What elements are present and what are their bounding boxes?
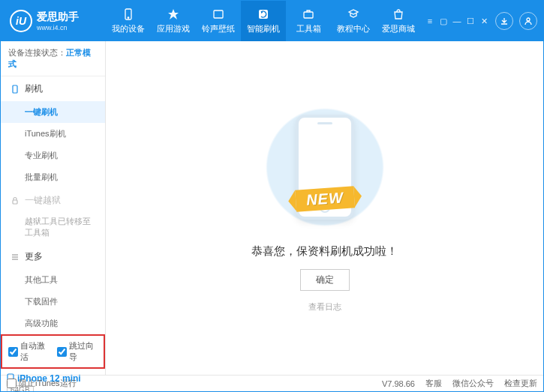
minimize-icon[interactable]: —	[452, 16, 462, 26]
tutorial-icon	[347, 7, 360, 21]
brand-name: 爱思助手	[37, 10, 79, 24]
connection-status: 设备连接状态：正常模式	[1, 41, 105, 76]
user-button[interactable]	[519, 12, 537, 30]
wallpaper-icon	[212, 7, 225, 21]
apps-icon	[167, 7, 180, 21]
maximize-icon[interactable]: ☐	[465, 16, 476, 26]
close-icon[interactable]: ✕	[479, 16, 489, 26]
download-button[interactable]	[495, 12, 513, 30]
sidebar-item-other-tools[interactable]: 其他工具	[1, 269, 105, 291]
svg-rect-7	[13, 200, 17, 204]
ok-button[interactable]: 确定	[300, 269, 350, 291]
skip-guide-checkbox[interactable]: 跳过向导	[57, 340, 98, 363]
section-more[interactable]: 更多	[1, 244, 105, 269]
nav-my-device[interactable]: 我的设备	[106, 1, 151, 41]
sidebar-item-advanced[interactable]: 高级功能	[1, 313, 105, 334]
sidebar-item-batch-flash[interactable]: 批量刷机	[1, 166, 105, 188]
wechat-link[interactable]: 微信公众号	[452, 378, 494, 389]
sidebar-item-itunes-flash[interactable]: iTunes刷机	[1, 123, 105, 145]
nav-flash[interactable]: 智能刷机	[241, 1, 286, 41]
svg-rect-2	[214, 10, 223, 18]
auto-activate-checkbox[interactable]: 自动激活	[8, 340, 50, 363]
sidebar-item-oneclick-flash[interactable]: 一键刷机	[1, 101, 105, 123]
section-jailbreak: 一键越狱	[1, 188, 105, 213]
block-itunes-checkbox[interactable]: 阻止iTunes运行	[7, 378, 77, 389]
view-log-link[interactable]: 查看日志	[308, 301, 341, 313]
flash-icon	[257, 7, 270, 21]
top-nav: 我的设备 应用游戏 铃声壁纸 智能刷机 工具箱 教程中心 爱思商城	[106, 1, 425, 41]
success-message: 恭喜您，保资料刷机成功啦！	[251, 244, 398, 259]
section-flash[interactable]: 刷机	[1, 76, 105, 101]
nav-tutorial[interactable]: 教程中心	[331, 1, 376, 41]
skin-icon[interactable]: ▢	[438, 16, 449, 26]
brand: 爱思助手 www.i4.cn	[37, 10, 79, 31]
sidebar-item-download-firmware[interactable]: 下载固件	[1, 291, 105, 313]
success-illustration: NEW	[250, 103, 400, 231]
brand-url: www.i4.cn	[37, 24, 79, 31]
main-content: NEW 恭喜您，保资料刷机成功啦！ 确定 查看日志	[106, 41, 543, 375]
nav-toolbox[interactable]: 工具箱	[286, 1, 331, 41]
sidebar: 设备连接状态：正常模式 刷机 一键刷机 iTunes刷机 专业刷机 批量刷机 一…	[1, 41, 106, 375]
phone-outline-icon	[10, 85, 20, 94]
nav-apps[interactable]: 应用游戏	[151, 1, 196, 41]
new-ribbon: NEW	[295, 186, 355, 211]
customer-service-link[interactable]: 客服	[425, 378, 442, 389]
menu-icon[interactable]: ≡	[425, 16, 435, 26]
jailbreak-note: 越狱工具已转移至工具箱	[1, 213, 105, 244]
version-label: V7.98.66	[382, 379, 415, 388]
nav-store[interactable]: 爱思商城	[376, 1, 421, 41]
svg-rect-4	[304, 12, 313, 18]
toolbox-icon	[302, 7, 315, 21]
options-highlight-box: 自动激活 跳过向导	[1, 334, 105, 369]
check-update-link[interactable]: 检查更新	[504, 378, 537, 389]
store-icon	[392, 7, 405, 21]
logo-area: iU 爱思助手 www.i4.cn	[1, 10, 106, 32]
titlebar: iU 爱思助手 www.i4.cn 我的设备 应用游戏 铃声壁纸 智能刷机 工具…	[1, 1, 543, 41]
titlebar-controls: ≡ ▢ — ☐ ✕	[425, 12, 543, 30]
logo-icon: iU	[10, 10, 32, 32]
sidebar-item-pro-flash[interactable]: 专业刷机	[1, 145, 105, 166]
svg-point-1	[128, 17, 129, 19]
svg-rect-6	[13, 85, 17, 93]
svg-point-5	[527, 18, 530, 21]
nav-ringtones[interactable]: 铃声壁纸	[196, 1, 241, 41]
lock-icon	[10, 196, 20, 205]
list-icon	[10, 253, 20, 262]
phone-icon	[122, 7, 135, 21]
